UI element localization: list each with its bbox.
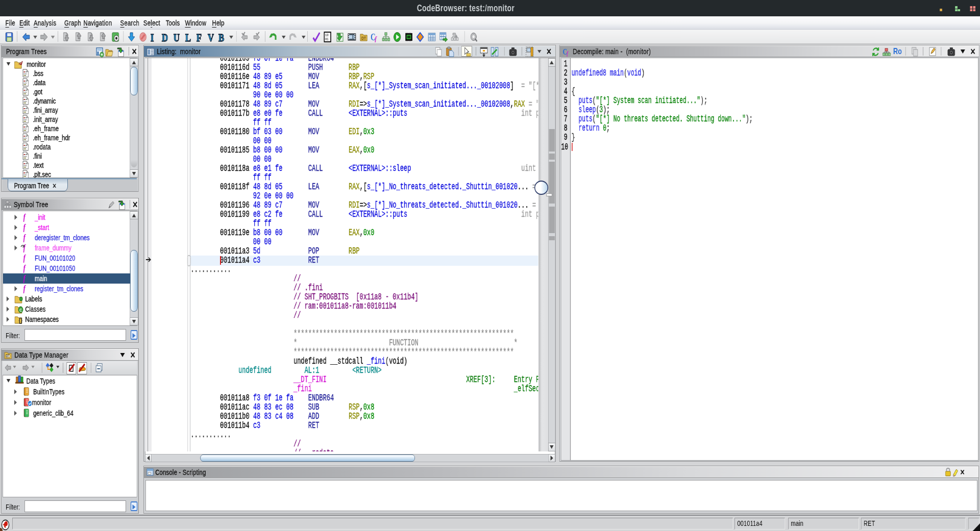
svg-text:f: f <box>375 35 377 42</box>
svg-text:{}: {} <box>19 316 22 323</box>
svg-text:01: 01 <box>325 37 329 41</box>
svg-text:C: C <box>19 308 22 313</box>
svg-text:DT: DT <box>6 355 10 358</box>
svg-text:f: f <box>567 50 569 57</box>
svg-text:DT: DT <box>361 36 366 41</box>
